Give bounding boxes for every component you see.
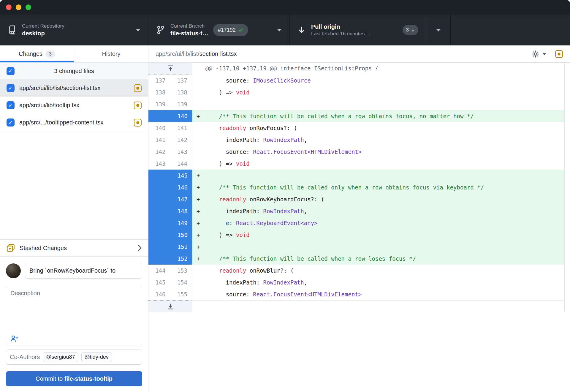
hunk-header: @@ -137,10 +137,19 @@ interface ISection… <box>192 63 379 75</box>
line-number-gutter[interactable]: 142143 <box>148 146 192 158</box>
diff-line-content: + indexPath: RowIndexPath, <box>192 205 564 217</box>
expand-row <box>148 300 564 312</box>
tab-history[interactable]: History <box>74 45 148 62</box>
diff-line-marker: + <box>192 181 205 193</box>
diff-line[interactable]: 138138 ) => void <box>148 86 564 98</box>
diff-line[interactable]: 149+ e: React.KeyboardEvent<any> <box>148 217 564 229</box>
diff-line[interactable]: 141142 indexPath: RowIndexPath, <box>148 134 564 146</box>
pull-title: Pull origin <box>311 23 371 30</box>
diff-line[interactable]: 146+ /** This function will be called on… <box>148 181 564 193</box>
diff-line[interactable]: 151+ <box>148 241 564 253</box>
line-number-gutter[interactable]: 145154 <box>148 276 192 288</box>
line-number-gutter[interactable]: 148 <box>148 205 192 217</box>
line-number-gutter[interactable]: 141142 <box>148 134 192 146</box>
stashed-changes-row[interactable]: Stashed Changes <box>0 239 148 257</box>
commit-summary-input[interactable] <box>25 263 142 279</box>
line-number-gutter[interactable]: 150 <box>148 229 192 241</box>
commit-button[interactable]: Commit to file-status-tooltip <box>6 371 142 386</box>
line-number-gutter[interactable]: 151 <box>148 241 192 253</box>
coauthors-field[interactable]: Co-Authors @sergiou87@tidy-dev <box>6 350 142 365</box>
line-number-gutter[interactable]: 143144 <box>148 158 192 170</box>
diff-panel: app/src/ui/lib/list/section-list.tsx <box>148 45 570 392</box>
line-number-gutter[interactable]: 146 <box>148 181 192 193</box>
diff-line[interactable]: 145154 indexPath: RowIndexPath, <box>148 276 564 288</box>
old-line-number <box>148 193 170 205</box>
person-add-icon[interactable] <box>10 335 19 342</box>
diff-line[interactable]: 137137 source: IMouseClickSource <box>148 75 564 86</box>
changed-files-count: 3 changed files <box>0 68 148 75</box>
diff-line[interactable]: 145+ <box>148 170 564 181</box>
file-path-label: app/src/ui/lib/list/section-list.tsx <box>19 85 129 91</box>
new-line-number: 149 <box>170 217 192 229</box>
commit-button-prefix: Commit to <box>36 375 64 382</box>
avatar <box>6 263 21 278</box>
file-checkbox[interactable]: ✓ <box>7 118 15 127</box>
repository-label: Current Repository <box>22 23 64 29</box>
repository-selector[interactable]: Current Repository desktop <box>0 15 148 45</box>
pull-dropdown-button[interactable] <box>426 15 451 45</box>
file-row[interactable]: ✓app/src/ui/lib/tooltip.tsx <box>0 97 148 114</box>
diff-line[interactable]: 140141 readonly onRowFocus?: ( <box>148 122 564 134</box>
expand-down-button[interactable] <box>148 300 192 312</box>
file-path-label: app/src/ui/lib/tooltip.tsx <box>19 102 129 109</box>
code-text: indexPath: RowIndexPath, <box>205 276 307 288</box>
line-number-gutter[interactable]: 140 <box>148 110 192 122</box>
line-number-gutter[interactable]: 152 <box>148 253 192 265</box>
diff-line-content: readonly onRowFocus?: ( <box>192 122 564 134</box>
old-line-number <box>148 110 170 122</box>
new-line-number: 155 <box>170 288 192 300</box>
file-row[interactable]: ✓app/src/.../tooltipped-content.tsx <box>0 114 148 131</box>
diff-options-button[interactable] <box>532 50 546 58</box>
diff-bottom-edge <box>192 300 564 312</box>
diff-line[interactable]: 146155 source: React.FocusEvent<HTMLDivE… <box>148 288 564 300</box>
diff-line[interactable]: 139139 <box>148 98 564 110</box>
diff-line[interactable]: 150+ ) => void <box>148 229 564 241</box>
diff-line[interactable]: 142143 source: React.FocusEvent<HTMLDivE… <box>148 146 564 158</box>
diff-line[interactable]: 143144 ) => void <box>148 158 564 170</box>
pull-subtitle: Last fetched 16 minutes … <box>311 31 371 37</box>
code-text: /** This function will be called only wh… <box>205 181 484 193</box>
diff-line[interactable]: 147+ readonly onRowKeyboardFocus?: ( <box>148 193 564 205</box>
diff-line-marker <box>192 276 205 288</box>
line-number-gutter[interactable]: 139139 <box>148 98 192 110</box>
new-line-number: 142 <box>170 134 192 146</box>
expand-down-icon <box>167 303 174 310</box>
new-line-number: 154 <box>170 276 192 288</box>
line-number-gutter[interactable]: 140141 <box>148 122 192 134</box>
close-button[interactable] <box>6 4 12 10</box>
branch-selector[interactable]: Current Branch file-status-t… #17192 <box>148 15 290 45</box>
gear-icon <box>532 50 539 58</box>
file-checkbox[interactable]: ✓ <box>7 84 15 92</box>
expand-up-button[interactable] <box>148 63 192 75</box>
diff-line[interactable]: 144153 readonly onRowBlur?: ( <box>148 265 564 276</box>
diff-line[interactable]: 148+ indexPath: RowIndexPath, <box>148 205 564 217</box>
diff-line-content: ) => void <box>192 158 564 170</box>
commit-description-input[interactable] <box>6 286 142 328</box>
sidebar-tabs: Changes 3 History <box>0 45 148 63</box>
file-row[interactable]: ✓app/src/ui/lib/list/section-list.tsx <box>0 80 148 97</box>
coauthor-pill[interactable]: @tidy-dev <box>81 352 112 362</box>
select-all-checkbox[interactable]: ✓ <box>7 67 15 75</box>
pull-origin-button[interactable]: Pull origin Last fetched 16 minutes … 3 <box>290 15 426 45</box>
chevron-down-icon <box>132 29 140 31</box>
line-number-gutter[interactable]: 137137 <box>148 75 192 86</box>
diff-line[interactable]: 152+ /** This function will be called wh… <box>148 253 564 265</box>
diff-line-marker <box>192 288 205 300</box>
line-number-gutter[interactable]: 145 <box>148 170 192 181</box>
line-number-gutter[interactable]: 146155 <box>148 288 192 300</box>
line-number-gutter[interactable]: 138138 <box>148 86 192 98</box>
minimize-button[interactable] <box>16 4 21 10</box>
diff-line[interactable]: 140+ /** This function will be called wh… <box>148 110 564 122</box>
line-number-gutter[interactable]: 144153 <box>148 265 192 276</box>
line-number-gutter[interactable]: 147 <box>148 193 192 205</box>
line-number-gutter[interactable]: 149 <box>148 217 192 229</box>
coauthor-pill-list: @sergiou87@tidy-dev <box>43 352 112 362</box>
file-checkbox[interactable]: ✓ <box>7 101 15 109</box>
coauthor-pill[interactable]: @sergiou87 <box>43 352 78 362</box>
old-line-number <box>148 253 170 265</box>
diff-line-marker <box>192 134 205 146</box>
code-text: source: React.FocusEvent<HTMLDivElement> <box>205 146 362 158</box>
zoom-button[interactable] <box>26 4 31 10</box>
old-line-number: 138 <box>148 86 170 98</box>
tab-changes[interactable]: Changes 3 <box>0 45 74 62</box>
